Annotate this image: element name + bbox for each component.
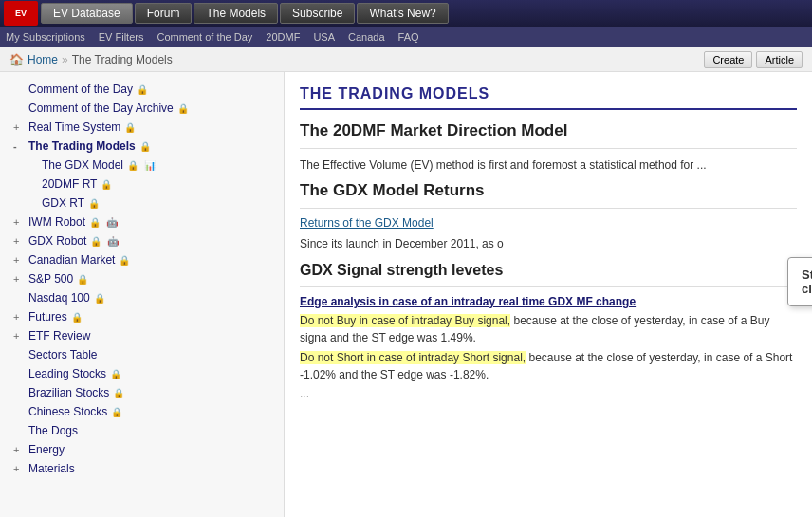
nav-faq[interactable]: FAQ <box>398 31 419 43</box>
robot-icon: 🤖 <box>106 217 118 228</box>
expander-icon: + <box>13 444 25 455</box>
sidebar-item-iwm-robot[interactable]: + IWM Robot 🔒 🤖 <box>0 212 284 231</box>
sidebar-item-leading-stocks[interactable]: Leading Stocks 🔒 <box>0 364 284 383</box>
lock-icon: 🔒 <box>139 141 151 152</box>
nav-whats-new[interactable]: What's New? <box>357 3 448 24</box>
sidebar-item-20dmf-rt[interactable]: 20DMF RT 🔒 <box>0 175 284 194</box>
create-button[interactable]: Create <box>704 51 752 68</box>
lock-icon: 🔒 <box>101 179 112 190</box>
section3-title-end: tes <box>481 262 503 278</box>
home-icon: 🏠 <box>9 53 24 66</box>
edge-analysis-label: Edge analysis in case of an intraday rea… <box>300 295 797 308</box>
sidebar-label: Energy <box>28 443 65 456</box>
nav-20dmf[interactable]: 20DMF <box>266 31 300 43</box>
sidebar-item-gdx-robot[interactable]: + GDX Robot 🔒 🤖 <box>0 231 284 250</box>
section3-divider <box>300 286 797 287</box>
sidebar-label: Brazilian Stocks <box>28 386 109 399</box>
site-logo: EV <box>4 1 38 26</box>
sidebar-item-sp500[interactable]: + S&P 500 🔒 <box>0 269 284 288</box>
nav-subscribe[interactable]: Subscribe <box>280 3 355 24</box>
section3: GDX Signal strength levetes Edge analysi… <box>300 262 797 400</box>
sidebar-item-nasdaq100[interactable]: Nasdaq 100 🔒 <box>0 288 284 307</box>
article-button[interactable]: Article <box>756 51 803 68</box>
sidebar-label: Comment of the Day Archive <box>28 102 174 115</box>
sidebar-label: GDX Robot <box>28 234 86 248</box>
sidebar-label: The Dogs <box>28 424 78 437</box>
robot-icon: 🤖 <box>107 236 119 247</box>
lock-icon: 🔒 <box>89 217 101 228</box>
sidebar-item-energy[interactable]: + Energy <box>0 440 284 459</box>
signal-note2: Do not Short in case of intraday Short s… <box>300 349 797 383</box>
nav-ev-database[interactable]: EV Database <box>41 3 133 24</box>
ellipsis: ... <box>300 387 797 400</box>
sidebar-label: Canadian Market <box>28 253 115 267</box>
lock-icon: 🔒 <box>77 274 88 285</box>
chart-icon: 📊 <box>144 160 156 171</box>
expander-icon: + <box>13 254 25 266</box>
sidebar-item-comment-archive[interactable]: Comment of the Day Archive 🔒 <box>0 99 284 118</box>
sidebar-item-canadian-market[interactable]: + Canadian Market 🔒 <box>0 250 284 269</box>
sidebar-label: Futures <box>28 310 67 323</box>
tooltip-box: Strength of March 28's close <box>787 257 812 306</box>
sidebar-label: GDX RT <box>42 196 84 210</box>
note1-highlight: Do not Buy in case of intraday Buy signa… <box>300 314 510 327</box>
sidebar-item-brazilian-stocks[interactable]: Brazilian Stocks 🔒 <box>0 383 284 402</box>
expander-icon: + <box>13 463 25 474</box>
sidebar-label: Nasdaq 100 <box>28 291 90 305</box>
sidebar-label: S&P 500 <box>28 272 73 286</box>
breadcrumb-home[interactable]: Home <box>28 53 58 66</box>
nav-the-models[interactable]: The Models <box>194 3 278 24</box>
sidebar-item-the-dogs[interactable]: The Dogs <box>0 421 284 440</box>
sidebar-item-real-time-system[interactable]: + Real Time System 🔒 <box>0 118 284 137</box>
nav-my-subscriptions[interactable]: My Subscriptions <box>6 31 85 43</box>
section2-subtitle-link[interactable]: Returns of the GDX Model <box>300 216 797 230</box>
sidebar-label: 20DMF RT <box>42 177 97 191</box>
breadcrumb-separator: » <box>62 53 68 66</box>
nav-ev-filters[interactable]: EV Filters <box>99 31 144 43</box>
nav-canada[interactable]: Canada <box>348 31 385 43</box>
nav-forum[interactable]: Forum <box>135 3 193 24</box>
section1-text: The Effective Volume (EV) method is firs… <box>300 157 797 174</box>
sidebar-item-etf-review[interactable]: + ETF Review <box>0 326 284 345</box>
section2-title: The GDX Model Returns <box>300 181 797 200</box>
lock-icon: 🔒 <box>119 255 130 266</box>
expander-icon: + <box>13 216 25 228</box>
sidebar-item-comment-of-day[interactable]: Comment of the Day 🔒 <box>0 80 284 99</box>
expander-icon: + <box>13 121 25 133</box>
nav-usa[interactable]: USA <box>313 31 335 43</box>
second-nav-bar: My Subscriptions EV Filters Comment of t… <box>0 27 812 47</box>
section3-title: GDX Signal strength levetes <box>300 262 797 279</box>
lock-icon: 🔒 <box>127 160 138 171</box>
lock-icon: 🔒 <box>71 312 83 323</box>
sidebar-label: Sectors Table <box>28 348 98 361</box>
note2-highlight: Do not Short in case of intraday Short s… <box>300 351 526 364</box>
sidebar-item-gdx-model[interactable]: The GDX Model 🔒 📊 <box>0 156 284 175</box>
breadcrumb-bar: 🏠 Home » The Trading Models Create Artic… <box>0 47 812 72</box>
section3-title-start: GDX Signal strength leve <box>300 262 481 278</box>
sidebar-label: The GDX Model <box>42 158 123 172</box>
expander-icon: + <box>13 311 25 323</box>
expander-icon: + <box>13 273 25 285</box>
main-layout: Comment of the Day 🔒 Comment of the Day … <box>0 72 812 517</box>
sidebar-item-chinese-stocks[interactable]: Chinese Stocks 🔒 <box>0 402 284 421</box>
section2-text: Since its launch in December 2011, as o <box>300 235 797 252</box>
sidebar-item-sectors-table[interactable]: Sectors Table <box>0 345 284 364</box>
lock-icon: 🔒 <box>110 369 121 379</box>
expander-icon: + <box>13 330 25 342</box>
sidebar-item-materials[interactable]: + Materials <box>0 459 284 478</box>
sidebar-label: The Trading Models <box>28 139 136 153</box>
sidebar-label: Leading Stocks <box>28 367 106 380</box>
top-nav-bar: EV EV Database Forum The Models Subscrib… <box>0 0 812 27</box>
tooltip-text: Strength of March 28's close <box>802 268 812 296</box>
expander-icon: - <box>13 140 25 152</box>
main-content: THE TRADING MODELS The 20DMF Market Dire… <box>285 72 812 517</box>
sidebar-item-futures[interactable]: + Futures 🔒 <box>0 307 284 326</box>
section2-divider <box>300 208 797 209</box>
sidebar-label: Comment of the Day <box>28 83 133 96</box>
sidebar-item-trading-models[interactable]: - The Trading Models 🔒 <box>0 137 284 156</box>
sidebar-label: Chinese Stocks <box>28 405 107 418</box>
lock-icon: 🔒 <box>124 122 136 133</box>
nav-comment-of-day[interactable]: Comment of the Day <box>157 31 252 43</box>
lock-icon: 🔒 <box>137 84 148 95</box>
sidebar-item-gdx-rt[interactable]: GDX RT 🔒 <box>0 194 284 212</box>
